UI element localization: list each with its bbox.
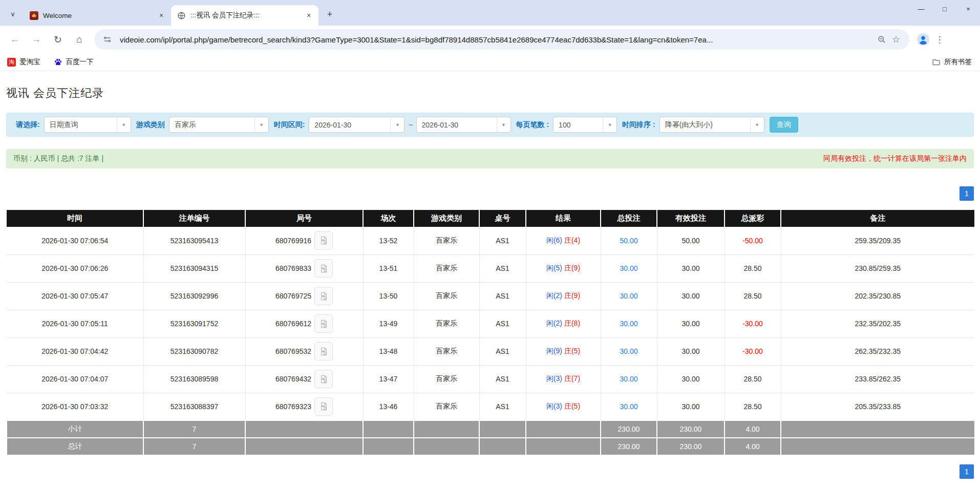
cell-total-bet[interactable]: 30.00 — [601, 337, 657, 365]
bookmark-star-icon[interactable]: ☆ — [889, 32, 903, 47]
maximize-button[interactable]: □ — [933, 0, 956, 17]
cell-round-id: 680769725 — [245, 282, 363, 310]
valid-bet-notice: 同局有效投注，统一计算在该局第一张注单内 — [823, 154, 967, 163]
cell-table-no: AS1 — [479, 227, 526, 254]
close-tab-icon[interactable]: × — [304, 11, 313, 20]
cell-payout: 28.50 — [725, 393, 781, 420]
game-type-select[interactable]: 百家乐 ▼ — [169, 117, 269, 133]
page-1-button[interactable]: 1 — [960, 186, 974, 201]
cell-total-bet[interactable]: 30.00 — [601, 393, 657, 420]
bookmark-baidu[interactable]: 百度一下 — [54, 57, 94, 67]
minimize-button[interactable]: — — [909, 0, 933, 17]
subtotal-payout: 4.00 — [725, 420, 781, 438]
video-replay-button[interactable] — [314, 397, 333, 416]
per-page-select[interactable]: 100 ▼ — [553, 117, 617, 133]
cell-game-type: 百家乐 — [414, 310, 479, 337]
tab-welcome[interactable]: Welcome × — [24, 5, 171, 26]
col-table-no: 桌号 — [479, 210, 526, 227]
col-round-id: 局号 — [245, 210, 363, 227]
cell-valid-bet: 30.00 — [657, 310, 725, 337]
subtotal-label: 小计 — [7, 420, 143, 438]
cell-note: 202.35/230.85 — [781, 282, 974, 310]
chevron-down-icon: ▼ — [750, 117, 764, 132]
cell-session: 13-50 — [363, 282, 414, 310]
cell-table-no: AS1 — [479, 282, 526, 310]
cell-bet-id: 523163095413 — [143, 227, 245, 254]
page-title: 视讯 会员下注纪录 — [6, 86, 974, 101]
tab-bet-record[interactable]: :::视讯 会员下注纪录::: × — [171, 5, 318, 26]
site-settings-icon[interactable] — [100, 32, 115, 47]
col-payout: 总派彩 — [725, 210, 781, 227]
bookmark-aitaobao[interactable]: 淘 爱淘宝 — [7, 57, 40, 67]
date-from-select[interactable]: 2026-01-30 ▼ — [309, 117, 404, 133]
cell-round-id: 680769323 — [245, 393, 363, 420]
profile-avatar[interactable] — [914, 31, 932, 48]
cell-total-bet[interactable]: 30.00 — [601, 282, 657, 310]
address-bar[interactable]: videoie.com/ipl/portal.php/game/betrecor… — [94, 29, 909, 50]
video-replay-button[interactable] — [314, 287, 333, 305]
baidu-paw-icon — [54, 58, 62, 67]
all-bookmarks-button[interactable]: 所有书签 — [932, 57, 972, 67]
window-controls: — □ × — [909, 0, 980, 17]
page-1-button[interactable]: 1 — [960, 464, 974, 479]
cell-result: 闲(5) 庄(9) — [526, 254, 601, 282]
browser-menu-icon[interactable]: ⋮ — [932, 31, 947, 48]
video-replay-button[interactable] — [314, 342, 333, 360]
cell-time: 2026-01-30 07:03:32 — [7, 393, 143, 420]
cell-game-type: 百家乐 — [414, 227, 479, 254]
video-replay-button[interactable] — [314, 259, 333, 278]
cell-table-no: AS1 — [479, 365, 526, 393]
cell-payout: 28.50 — [725, 282, 781, 310]
cell-total-bet[interactable]: 50.00 — [601, 227, 657, 254]
cell-total-bet[interactable]: 30.00 — [601, 310, 657, 337]
cell-time: 2026-01-30 07:06:54 — [7, 227, 143, 254]
sort-order-select[interactable]: 降幂(由大到小) ▼ — [659, 117, 764, 133]
cell-payout: 28.50 — [725, 365, 781, 393]
search-button[interactable]: 查询 — [770, 117, 798, 133]
date-range-tilde: ~ — [409, 121, 413, 129]
forward-button[interactable]: → — [28, 31, 45, 48]
cell-note: 232.35/202.35 — [781, 310, 974, 337]
cell-round-id: 680769612 — [245, 310, 363, 337]
back-button[interactable]: ← — [6, 31, 24, 48]
bet-record-table: 时间 注单编号 局号 场次 游戏类别 桌号 结果 总投注 有效投注 总派彩 备注… — [6, 210, 974, 456]
cell-bet-id: 523163090782 — [143, 337, 245, 365]
col-bet-id: 注单编号 — [143, 210, 245, 227]
date-to-select[interactable]: 2026-01-30 ▼ — [416, 117, 511, 133]
reload-button[interactable]: ↻ — [49, 31, 67, 48]
subtotal-row: 小计 7 230.00 230.00 4.00 — [7, 420, 974, 438]
table-row: 2026-01-30 07:05:47 523163092996 6807697… — [7, 282, 974, 310]
url-text[interactable]: videoie.com/ipl/portal.php/game/betrecor… — [120, 35, 875, 44]
game-type-label: 游戏类别 — [136, 120, 165, 130]
zoom-level-icon[interactable] — [875, 32, 889, 47]
close-window-button[interactable]: × — [956, 0, 980, 17]
close-tab-icon[interactable]: × — [157, 11, 166, 20]
bet-table-body: 2026-01-30 07:06:54 523163095413 6807699… — [7, 227, 974, 420]
video-replay-button[interactable] — [314, 314, 333, 333]
tab-search-button[interactable]: ∨ — [5, 6, 20, 22]
cell-time: 2026-01-30 07:06:26 — [7, 254, 143, 282]
col-result: 结果 — [526, 210, 601, 227]
cell-table-no: AS1 — [479, 337, 526, 365]
new-tab-button[interactable]: + — [323, 7, 337, 22]
filter-bar: 请选择: 日期查询 ▼ 游戏类别 百家乐 ▼ 时间区间: 2026-01-30 … — [6, 113, 974, 137]
cell-total-bet[interactable]: 30.00 — [601, 365, 657, 393]
cell-time: 2026-01-30 07:04:07 — [7, 365, 143, 393]
table-header-row: 时间 注单编号 局号 场次 游戏类别 桌号 结果 总投注 有效投注 总派彩 备注 — [7, 210, 974, 227]
currency-total-text: 币别 : 人民币 | 总共 :7 注单 | — [13, 154, 103, 163]
cell-game-type: 百家乐 — [414, 254, 479, 282]
total-valid-bet: 230.00 — [657, 438, 725, 455]
cell-time: 2026-01-30 07:05:11 — [7, 310, 143, 337]
tab-strip: ∨ Welcome × :::视讯 会员下注纪录::: × + — □ × — [0, 0, 980, 26]
video-replay-button[interactable] — [314, 231, 333, 250]
query-mode-select[interactable]: 日期查询 ▼ — [44, 117, 131, 133]
home-button[interactable]: ⌂ — [71, 31, 88, 48]
cell-total-bet[interactable]: 30.00 — [601, 254, 657, 282]
chevron-down-icon: ∨ — [10, 10, 15, 18]
video-replay-button[interactable] — [314, 370, 333, 388]
cell-payout: -30.00 — [725, 337, 781, 365]
cell-session: 13-46 — [363, 393, 414, 420]
cell-valid-bet: 30.00 — [657, 254, 725, 282]
table-row: 2026-01-30 07:05:11 523163091752 6807696… — [7, 310, 974, 337]
folder-icon — [932, 58, 941, 67]
